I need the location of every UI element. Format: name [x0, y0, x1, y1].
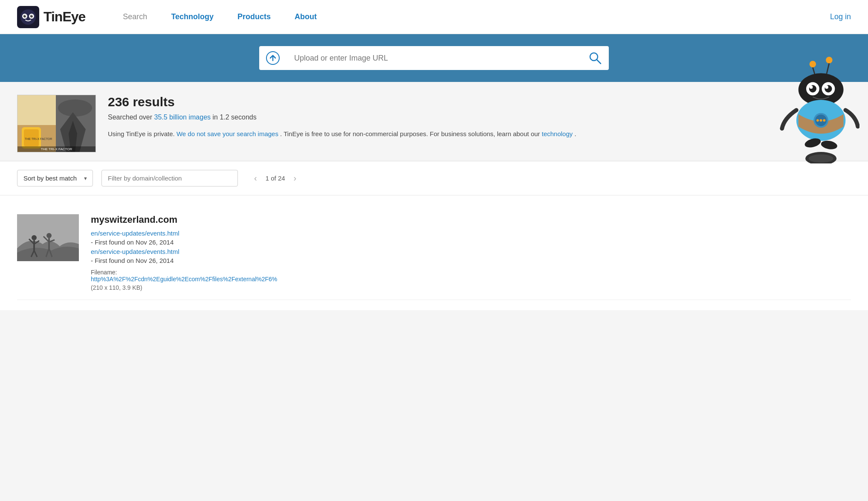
nav-products[interactable]: Products: [226, 0, 283, 34]
next-page-button[interactable]: ›: [290, 172, 300, 185]
privacy-mid: . TinEye is free to use for non-commerci…: [280, 130, 542, 137]
no-save-link[interactable]: We do not save your search images: [176, 130, 278, 137]
table-row: myswitzerland.com en/service-updates/eve…: [17, 206, 851, 300]
nav-about[interactable]: About: [283, 0, 329, 34]
query-image-overlay: THE TRI-X FACTOR: [17, 146, 95, 152]
logo-text: TinEye: [43, 9, 85, 25]
svg-point-34: [816, 119, 819, 122]
technology-link[interactable]: technology: [542, 130, 573, 137]
nav-technology[interactable]: Technology: [159, 0, 226, 34]
nav-search[interactable]: Search: [111, 0, 159, 34]
svg-rect-13: [17, 95, 56, 125]
svg-point-7: [32, 15, 32, 16]
billion-images-link[interactable]: 35.5 billion images: [154, 114, 211, 121]
svg-text:THE TRI-X FACTOR: THE TRI-X FACTOR: [25, 137, 52, 140]
results-subtitle: Searched over 35.5 billion images in 1.2…: [108, 114, 851, 121]
logo-svg: [18, 7, 38, 27]
result-link-1: en/service-updates/events.html - First f…: [91, 230, 851, 246]
svg-point-5: [30, 15, 33, 17]
result-content: myswitzerland.com en/service-updates/eve…: [91, 214, 851, 291]
result-meta: (210 x 110, 3.9 KB): [91, 284, 851, 291]
result-domain: myswitzerland.com: [91, 214, 851, 225]
result-thumb-svg: [17, 214, 79, 261]
pagination: ‹ 1 of 24 ›: [251, 172, 300, 185]
filter-input[interactable]: [101, 170, 238, 186]
results-count: 236 results: [108, 95, 851, 109]
search-icon: [588, 51, 602, 65]
search-section: [0, 34, 868, 82]
svg-point-29: [810, 85, 813, 89]
subtitle-pre: Searched over: [108, 114, 154, 121]
svg-point-40: [809, 154, 833, 163]
subtitle-post: in 1.2 seconds: [213, 114, 257, 121]
result-link-2: en/service-updates/events.html - First f…: [91, 248, 851, 265]
svg-point-21: [826, 57, 832, 63]
sort-select[interactable]: Sort by best match: [17, 170, 93, 186]
result-thumbnail: [17, 214, 79, 261]
upload-icon: [266, 51, 280, 65]
query-image-inner: THE TRI-X FACTOR THE TRI-X FACTOR: [17, 95, 95, 152]
svg-point-38: [820, 140, 838, 151]
results-section: THE TRI-X FACTOR THE TRI-X FACTOR 236 re…: [0, 82, 868, 161]
sort-wrapper: Sort by best match: [17, 170, 93, 186]
page-of: of: [271, 175, 278, 182]
results-privacy: Using TinEye is private. We do not save …: [108, 129, 851, 139]
svg-point-30: [825, 85, 828, 89]
svg-point-6: [25, 15, 26, 16]
search-bar: [259, 46, 609, 70]
prev-page-button[interactable]: ‹: [251, 172, 260, 185]
logo-icon: [17, 6, 39, 28]
result-link-suffix-2: - First found on Nov 26, 2014: [91, 257, 174, 264]
robot-mascot: [774, 57, 859, 165]
results-list: myswitzerland.com en/service-updates/eve…: [0, 195, 868, 310]
query-thumb-svg: THE TRI-X FACTOR: [17, 95, 96, 152]
svg-point-20: [810, 61, 816, 67]
svg-point-43: [32, 235, 37, 240]
upload-button[interactable]: [259, 46, 286, 70]
result-filename-url[interactable]: http%3A%2F%2Fcdn%2Eguidle%2Ecom%2Ffiles%…: [91, 276, 277, 283]
query-image: THE TRI-X FACTOR THE TRI-X FACTOR: [17, 95, 96, 152]
robot-svg: [774, 57, 859, 163]
page-info: 1 of 24: [266, 175, 285, 182]
svg-point-36: [823, 119, 825, 122]
login-link[interactable]: Log in: [830, 12, 851, 21]
svg-point-4: [23, 15, 26, 17]
svg-line-10: [597, 60, 601, 64]
filter-bar: Sort by best match ‹ 1 of 24 ›: [0, 161, 868, 195]
header: TinEye Search Technology Products About …: [0, 0, 868, 34]
search-button[interactable]: [582, 46, 609, 70]
result-link-suffix-1: - First found on Nov 26, 2014: [91, 239, 174, 246]
result-filename: Filename: http%3A%2F%2Fcdn%2Eguidle%2Eco…: [91, 269, 851, 283]
main-nav: Search Technology Products About Log in: [111, 0, 851, 34]
svg-point-49: [46, 233, 52, 238]
privacy-end: .: [574, 130, 576, 137]
logo[interactable]: TinEye: [17, 6, 85, 28]
search-input[interactable]: [286, 46, 582, 70]
svg-point-19: [58, 99, 92, 117]
result-url-1[interactable]: en/service-updates/events.html: [91, 230, 851, 237]
result-url-2[interactable]: en/service-updates/events.html: [91, 248, 851, 255]
privacy-pre: Using TinEye is private.: [108, 130, 176, 137]
current-page: 1: [266, 175, 269, 182]
results-text: 236 results Searched over 35.5 billion i…: [108, 95, 851, 139]
total-pages: 24: [278, 175, 285, 182]
svg-point-35: [820, 119, 822, 122]
